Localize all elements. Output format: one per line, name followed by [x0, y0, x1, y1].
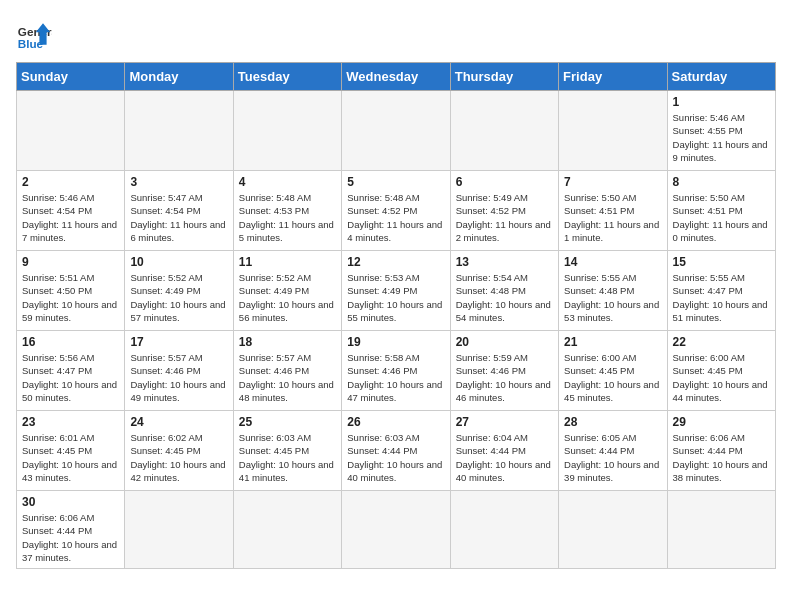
day-info: Sunrise: 5:56 AM Sunset: 4:47 PM Dayligh… [22, 351, 119, 404]
calendar-cell: 24Sunrise: 6:02 AM Sunset: 4:45 PM Dayli… [125, 411, 233, 491]
calendar-cell: 21Sunrise: 6:00 AM Sunset: 4:45 PM Dayli… [559, 331, 667, 411]
calendar-cell: 10Sunrise: 5:52 AM Sunset: 4:49 PM Dayli… [125, 251, 233, 331]
day-number: 11 [239, 255, 336, 269]
day-info: Sunrise: 5:51 AM Sunset: 4:50 PM Dayligh… [22, 271, 119, 324]
day-info: Sunrise: 5:55 AM Sunset: 4:48 PM Dayligh… [564, 271, 661, 324]
day-number: 9 [22, 255, 119, 269]
day-number: 20 [456, 335, 553, 349]
day-number: 30 [22, 495, 119, 509]
calendar-cell: 6Sunrise: 5:49 AM Sunset: 4:52 PM Daylig… [450, 171, 558, 251]
calendar-cell: 27Sunrise: 6:04 AM Sunset: 4:44 PM Dayli… [450, 411, 558, 491]
logo-icon: General Blue [16, 16, 52, 52]
calendar-cell: 11Sunrise: 5:52 AM Sunset: 4:49 PM Dayli… [233, 251, 341, 331]
day-number: 3 [130, 175, 227, 189]
calendar-cell: 1Sunrise: 5:46 AM Sunset: 4:55 PM Daylig… [667, 91, 775, 171]
day-number: 17 [130, 335, 227, 349]
calendar-cell: 18Sunrise: 5:57 AM Sunset: 4:46 PM Dayli… [233, 331, 341, 411]
col-header-tuesday: Tuesday [233, 63, 341, 91]
day-info: Sunrise: 6:01 AM Sunset: 4:45 PM Dayligh… [22, 431, 119, 484]
day-info: Sunrise: 5:50 AM Sunset: 4:51 PM Dayligh… [673, 191, 770, 244]
calendar-cell: 20Sunrise: 5:59 AM Sunset: 4:46 PM Dayli… [450, 331, 558, 411]
calendar-cell: 5Sunrise: 5:48 AM Sunset: 4:52 PM Daylig… [342, 171, 450, 251]
day-info: Sunrise: 5:47 AM Sunset: 4:54 PM Dayligh… [130, 191, 227, 244]
day-number: 4 [239, 175, 336, 189]
day-number: 10 [130, 255, 227, 269]
day-info: Sunrise: 6:00 AM Sunset: 4:45 PM Dayligh… [673, 351, 770, 404]
calendar-cell [342, 491, 450, 569]
calendar-cell: 8Sunrise: 5:50 AM Sunset: 4:51 PM Daylig… [667, 171, 775, 251]
day-number: 12 [347, 255, 444, 269]
day-number: 16 [22, 335, 119, 349]
calendar-table: SundayMondayTuesdayWednesdayThursdayFrid… [16, 62, 776, 569]
day-info: Sunrise: 6:06 AM Sunset: 4:44 PM Dayligh… [22, 511, 119, 564]
calendar-cell: 30Sunrise: 6:06 AM Sunset: 4:44 PM Dayli… [17, 491, 125, 569]
calendar-cell [559, 91, 667, 171]
calendar-cell [125, 91, 233, 171]
calendar-cell [17, 91, 125, 171]
col-header-saturday: Saturday [667, 63, 775, 91]
day-number: 15 [673, 255, 770, 269]
day-number: 2 [22, 175, 119, 189]
calendar-cell [667, 491, 775, 569]
day-number: 24 [130, 415, 227, 429]
col-header-wednesday: Wednesday [342, 63, 450, 91]
calendar-cell: 3Sunrise: 5:47 AM Sunset: 4:54 PM Daylig… [125, 171, 233, 251]
day-info: Sunrise: 5:46 AM Sunset: 4:54 PM Dayligh… [22, 191, 119, 244]
day-number: 21 [564, 335, 661, 349]
day-info: Sunrise: 5:49 AM Sunset: 4:52 PM Dayligh… [456, 191, 553, 244]
calendar-cell: 22Sunrise: 6:00 AM Sunset: 4:45 PM Dayli… [667, 331, 775, 411]
day-info: Sunrise: 5:53 AM Sunset: 4:49 PM Dayligh… [347, 271, 444, 324]
day-number: 27 [456, 415, 553, 429]
day-info: Sunrise: 5:57 AM Sunset: 4:46 PM Dayligh… [239, 351, 336, 404]
day-info: Sunrise: 6:03 AM Sunset: 4:44 PM Dayligh… [347, 431, 444, 484]
day-info: Sunrise: 5:50 AM Sunset: 4:51 PM Dayligh… [564, 191, 661, 244]
day-info: Sunrise: 6:05 AM Sunset: 4:44 PM Dayligh… [564, 431, 661, 484]
day-number: 25 [239, 415, 336, 429]
day-info: Sunrise: 5:58 AM Sunset: 4:46 PM Dayligh… [347, 351, 444, 404]
calendar-cell [233, 91, 341, 171]
day-info: Sunrise: 5:54 AM Sunset: 4:48 PM Dayligh… [456, 271, 553, 324]
day-info: Sunrise: 6:06 AM Sunset: 4:44 PM Dayligh… [673, 431, 770, 484]
day-info: Sunrise: 5:52 AM Sunset: 4:49 PM Dayligh… [130, 271, 227, 324]
day-number: 14 [564, 255, 661, 269]
day-number: 1 [673, 95, 770, 109]
calendar-cell: 4Sunrise: 5:48 AM Sunset: 4:53 PM Daylig… [233, 171, 341, 251]
calendar-cell [559, 491, 667, 569]
calendar-cell: 2Sunrise: 5:46 AM Sunset: 4:54 PM Daylig… [17, 171, 125, 251]
day-number: 22 [673, 335, 770, 349]
calendar-cell: 7Sunrise: 5:50 AM Sunset: 4:51 PM Daylig… [559, 171, 667, 251]
day-info: Sunrise: 5:55 AM Sunset: 4:47 PM Dayligh… [673, 271, 770, 324]
day-info: Sunrise: 5:57 AM Sunset: 4:46 PM Dayligh… [130, 351, 227, 404]
day-info: Sunrise: 6:02 AM Sunset: 4:45 PM Dayligh… [130, 431, 227, 484]
col-header-friday: Friday [559, 63, 667, 91]
day-number: 6 [456, 175, 553, 189]
col-header-monday: Monday [125, 63, 233, 91]
day-info: Sunrise: 6:00 AM Sunset: 4:45 PM Dayligh… [564, 351, 661, 404]
calendar-cell [233, 491, 341, 569]
day-number: 19 [347, 335, 444, 349]
calendar-cell: 23Sunrise: 6:01 AM Sunset: 4:45 PM Dayli… [17, 411, 125, 491]
day-info: Sunrise: 5:46 AM Sunset: 4:55 PM Dayligh… [673, 111, 770, 164]
day-info: Sunrise: 5:48 AM Sunset: 4:52 PM Dayligh… [347, 191, 444, 244]
day-number: 18 [239, 335, 336, 349]
calendar-cell: 16Sunrise: 5:56 AM Sunset: 4:47 PM Dayli… [17, 331, 125, 411]
calendar-cell: 17Sunrise: 5:57 AM Sunset: 4:46 PM Dayli… [125, 331, 233, 411]
day-info: Sunrise: 6:03 AM Sunset: 4:45 PM Dayligh… [239, 431, 336, 484]
day-info: Sunrise: 6:04 AM Sunset: 4:44 PM Dayligh… [456, 431, 553, 484]
calendar-cell: 28Sunrise: 6:05 AM Sunset: 4:44 PM Dayli… [559, 411, 667, 491]
calendar-cell [342, 91, 450, 171]
day-number: 8 [673, 175, 770, 189]
calendar-cell: 12Sunrise: 5:53 AM Sunset: 4:49 PM Dayli… [342, 251, 450, 331]
calendar-cell [125, 491, 233, 569]
day-number: 13 [456, 255, 553, 269]
day-number: 23 [22, 415, 119, 429]
calendar-cell [450, 491, 558, 569]
day-info: Sunrise: 5:52 AM Sunset: 4:49 PM Dayligh… [239, 271, 336, 324]
col-header-thursday: Thursday [450, 63, 558, 91]
logo: General Blue [16, 16, 52, 52]
calendar-cell [450, 91, 558, 171]
day-number: 28 [564, 415, 661, 429]
col-header-sunday: Sunday [17, 63, 125, 91]
calendar-cell: 15Sunrise: 5:55 AM Sunset: 4:47 PM Dayli… [667, 251, 775, 331]
header: General Blue [16, 16, 776, 52]
